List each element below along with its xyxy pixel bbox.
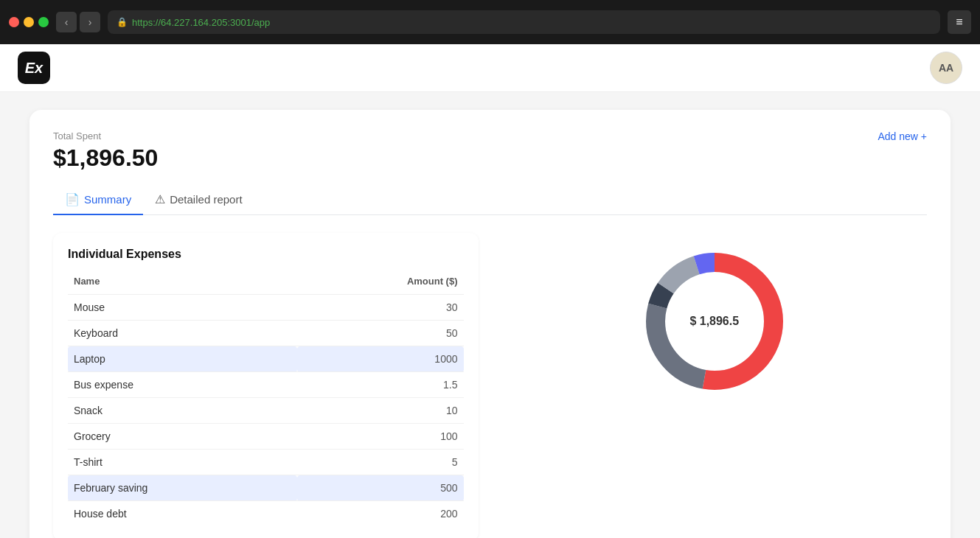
tab-summary-label: Summary bbox=[84, 193, 131, 206]
table-row: Bus expense1.5 bbox=[68, 372, 464, 398]
expense-name: Grocery bbox=[68, 424, 297, 450]
expense-name: February saving bbox=[68, 475, 297, 501]
col-name-header: Name bbox=[68, 273, 297, 295]
expense-name: Laptop bbox=[68, 346, 297, 372]
table-row: Laptop1000 bbox=[68, 346, 464, 372]
content-grid: Individual Expenses Name Amount ($) Mous… bbox=[53, 233, 927, 538]
expenses-title: Individual Expenses bbox=[68, 248, 464, 261]
table-row: T-shirt5 bbox=[68, 450, 464, 475]
lock-icon: 🔒 bbox=[117, 17, 128, 27]
expenses-panel: Individual Expenses Name Amount ($) Mous… bbox=[53, 233, 479, 538]
donut-center-text: $ 1,896.5 bbox=[689, 315, 739, 328]
expense-amount: 1000 bbox=[297, 346, 464, 372]
expense-amount: 500 bbox=[297, 475, 464, 501]
table-row: Keyboard50 bbox=[68, 321, 464, 346]
add-new-button[interactable]: Add new + bbox=[878, 130, 927, 142]
browser-chrome: ‹ › 🔒 https://64.227.164.205:3001/app ≡ bbox=[0, 0, 980, 44]
expense-name: Bus expense bbox=[68, 372, 297, 398]
expense-amount: 200 bbox=[297, 501, 464, 527]
total-spent-label: Total Spent bbox=[53, 130, 158, 142]
table-row: Grocery100 bbox=[68, 424, 464, 450]
avatar: AA bbox=[930, 52, 962, 84]
detailed-icon: ⚠ bbox=[155, 192, 165, 206]
expense-amount: 10 bbox=[297, 398, 464, 424]
chart-panel: $ 1,896.5 bbox=[502, 233, 928, 410]
forward-button[interactable]: › bbox=[80, 12, 100, 32]
expense-amount: 5 bbox=[297, 450, 464, 475]
app-area: Ex AA Total Spent $1,896.50 Add new + 📄 … bbox=[0, 44, 980, 538]
table-row: House debt200 bbox=[68, 501, 464, 527]
table-header-row: Name Amount ($) bbox=[68, 273, 464, 295]
main-card: Total Spent $1,896.50 Add new + 📄 Summar… bbox=[29, 110, 951, 538]
tabs: 📄 Summary ⚠ Detailed report bbox=[53, 186, 927, 215]
top-nav: Ex AA bbox=[0, 44, 980, 92]
traffic-light-green bbox=[38, 17, 49, 27]
expense-name: Keyboard bbox=[68, 321, 297, 346]
url-text: https://64.227.164.205:3001/app bbox=[132, 17, 270, 28]
tab-detailed-label: Detailed report bbox=[170, 193, 242, 206]
tab-summary[interactable]: 📄 Summary bbox=[53, 186, 143, 215]
total-spent-section: Total Spent $1,896.50 bbox=[53, 130, 158, 172]
expense-name: Mouse bbox=[68, 295, 297, 321]
address-bar[interactable]: 🔒 https://64.227.164.205:3001/app bbox=[108, 10, 940, 34]
logo: Ex bbox=[18, 52, 50, 84]
expense-name: House debt bbox=[68, 501, 297, 527]
table-row: Snack10 bbox=[68, 398, 464, 424]
back-button[interactable]: ‹ bbox=[56, 12, 77, 32]
expense-amount: 30 bbox=[297, 295, 464, 321]
traffic-light-red bbox=[9, 17, 19, 27]
summary-icon: 📄 bbox=[65, 192, 80, 206]
expense-amount: 50 bbox=[297, 321, 464, 346]
main-content: Total Spent $1,896.50 Add new + 📄 Summar… bbox=[0, 92, 980, 538]
traffic-lights bbox=[9, 17, 49, 27]
col-amount-header: Amount ($) bbox=[297, 273, 464, 295]
card-header: Total Spent $1,896.50 Add new + bbox=[53, 130, 927, 172]
expense-name: Snack bbox=[68, 398, 297, 424]
expense-name: T-shirt bbox=[68, 450, 297, 475]
browser-menu-button[interactable]: ≡ bbox=[948, 10, 971, 34]
expense-amount: 100 bbox=[297, 424, 464, 450]
donut-chart: $ 1,896.5 bbox=[641, 248, 788, 395]
expense-amount: 1.5 bbox=[297, 372, 464, 398]
expenses-table: Name Amount ($) Mouse30Keyboard50Laptop1… bbox=[68, 273, 464, 526]
total-spent-value: $1,896.50 bbox=[53, 144, 158, 172]
traffic-light-yellow bbox=[24, 17, 34, 27]
table-row: February saving500 bbox=[68, 475, 464, 501]
tab-detailed[interactable]: ⚠ Detailed report bbox=[143, 186, 254, 215]
nav-buttons: ‹ › bbox=[56, 12, 100, 32]
table-row: Mouse30 bbox=[68, 295, 464, 321]
